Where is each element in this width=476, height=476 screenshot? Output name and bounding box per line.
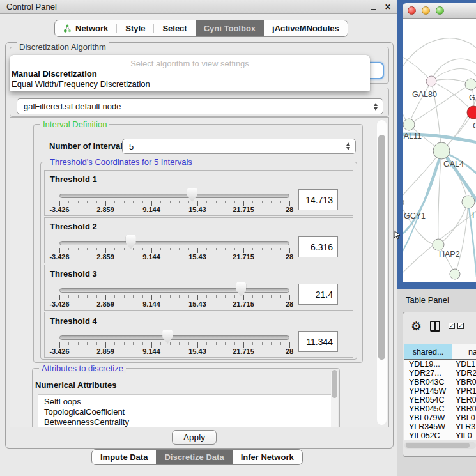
checkbox-checked-icon[interactable]: ✓ <box>449 323 455 329</box>
slider-thumb[interactable] <box>126 235 136 249</box>
attributes-scrollbar[interactable] <box>331 370 338 427</box>
threshold-slider-track[interactable] <box>59 288 289 293</box>
dropdown-option-equal-width-frequency[interactable]: Equal Width/Frequency Discretization <box>10 79 370 89</box>
network-node-h-node[interactable] <box>462 196 475 208</box>
attribute-item-topologicalcoefficient[interactable]: TopologicalCoefficient <box>38 407 335 417</box>
cell-name[interactable]: YDL1 <box>452 360 476 369</box>
network-node-bottom[interactable] <box>450 269 460 279</box>
tab-discretize-data[interactable]: Discretize Data <box>156 450 232 464</box>
cell-name[interactable]: YBR0 <box>452 378 476 387</box>
network-edge[interactable] <box>441 151 476 203</box>
threshold-value-field[interactable]: 11.344 <box>298 331 338 352</box>
network-node-hap2[interactable] <box>433 239 444 250</box>
close-traffic-light-icon[interactable] <box>408 6 416 15</box>
network-edge[interactable] <box>403 151 441 239</box>
zoom-traffic-light-icon[interactable] <box>436 6 444 15</box>
column-layout-icon[interactable] <box>430 321 440 332</box>
table-row[interactable]: YDL19...YDL1 <box>404 360 476 369</box>
table-row[interactable]: YDR27...YDR2 <box>404 369 476 378</box>
cell-name[interactable]: YIL0 <box>452 431 476 440</box>
table-row[interactable]: YBL079WYBL0 <box>404 413 476 422</box>
network-canvas[interactable]: GAL80G.CGAL11GAL4GCY1HHAP2 <box>403 19 476 282</box>
cell-name[interactable]: YER0 <box>452 395 476 404</box>
cell-name[interactable]: YPR1 <box>452 387 476 395</box>
network-node-gcy1[interactable] <box>403 197 404 208</box>
tab-network[interactable]: Network <box>55 20 116 36</box>
settings-scrollbar-thumb[interactable] <box>378 135 385 360</box>
table-row[interactable]: YLR345WYLR3 <box>404 422 476 431</box>
network-edge[interactable] <box>455 202 468 274</box>
column-header-shared-name[interactable]: shared... <box>404 344 452 359</box>
tab-jactivemnodules[interactable]: jActiveMNodules <box>264 20 348 36</box>
cell-shared-name[interactable]: YPR145W <box>404 387 452 395</box>
tick-label: 21.715 <box>233 300 254 308</box>
table-row[interactable]: YPR145WYPR1 <box>404 387 476 395</box>
table-row[interactable]: YIL052CYIL0 <box>404 431 476 440</box>
minimize-traffic-light-icon[interactable] <box>422 6 430 15</box>
cell-shared-name[interactable]: YLR345W <box>404 422 452 431</box>
network-window-titlebar[interactable] <box>403 3 476 19</box>
table-hscrollbar-thumb[interactable] <box>406 443 470 448</box>
checkbox-checked-icon[interactable]: ✓ <box>457 323 464 329</box>
cyni-toolbox-panel: Discretization Algorithm Select algorith… <box>5 42 394 449</box>
float-window-icon[interactable] <box>371 4 376 10</box>
tab-style[interactable]: Style <box>117 20 153 36</box>
attribute-item-betweennesscentrality[interactable]: BetweennessCentrality <box>38 417 335 427</box>
network-node-gal11[interactable] <box>403 119 415 130</box>
table-row[interactable]: YBR043CYBR0 <box>404 378 476 387</box>
cell-name[interactable]: YBR0 <box>452 404 476 413</box>
network-edge[interactable] <box>403 54 431 81</box>
network-node-gal80[interactable] <box>426 76 436 86</box>
network-edge[interactable] <box>409 81 431 125</box>
attribute-item-selfloops[interactable]: SelfLoops <box>38 397 335 407</box>
network-node-red-node[interactable] <box>467 106 476 119</box>
tab-select[interactable]: Select <box>154 20 195 36</box>
thresholds-group: Threshold's Coordinates for 5 Intervals … <box>40 162 357 360</box>
slider-thumb[interactable] <box>187 188 197 202</box>
cell-name[interactable]: YLR3 <box>452 422 476 431</box>
threshold-value-field[interactable]: 6.316 <box>298 236 338 257</box>
network-edge[interactable] <box>403 38 476 72</box>
threshold-slider-track[interactable] <box>59 194 289 198</box>
cell-shared-name[interactable]: YDR27... <box>404 369 452 378</box>
attributes-scrollbar-thumb[interactable] <box>332 370 337 398</box>
threshold-value-field[interactable]: 14.713 <box>298 189 338 210</box>
settings-scrollbar[interactable] <box>377 120 387 425</box>
tick-mark <box>87 295 88 298</box>
threshold-value-field[interactable]: 21.4 <box>298 284 338 305</box>
number-of-intervals-value: 5 <box>129 142 134 151</box>
tab-impute-data[interactable]: Impute Data <box>92 450 156 464</box>
apply-button[interactable]: Apply <box>172 430 217 445</box>
table-data-combobox[interactable]: galFiltered.sif default node <box>17 98 383 114</box>
threshold-slider-track[interactable] <box>59 335 289 340</box>
cell-name[interactable]: YDR2 <box>452 369 476 378</box>
cell-shared-name[interactable]: YBR045C <box>404 404 452 413</box>
cell-shared-name[interactable]: YIL052C <box>404 431 452 440</box>
table-horizontal-scrollbar[interactable] <box>404 442 476 449</box>
number-of-intervals-combobox[interactable]: 5 <box>122 139 356 154</box>
cell-shared-name[interactable]: YDL19... <box>404 360 452 369</box>
table-row[interactable]: YBR045CYBR0 <box>404 404 476 413</box>
slider-thumb[interactable] <box>236 282 246 296</box>
close-icon[interactable]: ✕ <box>385 3 391 12</box>
tick-mark <box>179 342 180 345</box>
cell-shared-name[interactable]: YBR043C <box>404 378 452 387</box>
gear-icon[interactable]: ⚙ <box>411 320 422 332</box>
cell-shared-name[interactable]: YER054C <box>404 395 452 404</box>
tick-mark <box>216 295 217 298</box>
tab-infer-network[interactable]: Infer Network <box>233 450 302 464</box>
slider-thumb[interactable] <box>162 330 173 344</box>
dropdown-option-manual-discretization[interactable]: Manual Discretization <box>10 69 370 79</box>
node-table-header: shared... na <box>404 344 476 360</box>
network-edge[interactable] <box>403 151 441 201</box>
cell-name[interactable]: YBL0 <box>452 413 476 422</box>
cell-shared-name[interactable]: YBL079W <box>404 413 452 422</box>
tab-cyni-toolbox[interactable]: Cyni Toolbox <box>196 20 264 36</box>
column-header-name[interactable]: na <box>452 344 476 359</box>
threshold-slider-track[interactable] <box>59 241 289 245</box>
numerical-attributes-list[interactable]: SelfLoopsTopologicalCoefficientBetweenne… <box>38 394 335 427</box>
table-row[interactable]: YER054CYER0 <box>404 395 476 404</box>
tick-mark <box>188 248 189 250</box>
network-node-top-right[interactable] <box>465 79 476 90</box>
network-node-gal4[interactable] <box>433 142 450 159</box>
